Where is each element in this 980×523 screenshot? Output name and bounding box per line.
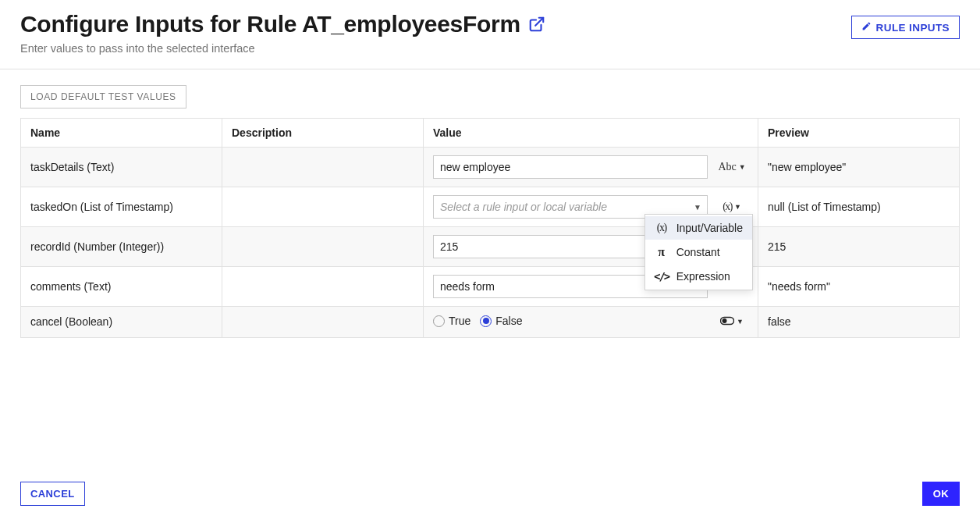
chevron-down-icon: ▼ (739, 163, 746, 171)
open-external-icon[interactable] (528, 16, 545, 33)
table-row: comments (Text) x▼ "needs form" (21, 267, 960, 307)
inputs-table: Name Description Value Preview taskDetai… (20, 118, 960, 338)
text-type-icon: Abc (718, 161, 736, 173)
row-name: comments (Text) (21, 267, 222, 307)
cancel-button[interactable]: CANCEL (20, 482, 85, 506)
table-row: recordId (Number (Integer)) x▼ 215 (21, 227, 960, 267)
ok-button[interactable]: OK (922, 482, 960, 506)
row-name: taskedOn (List of Timestamp) (21, 187, 222, 227)
value-type-picker[interactable]: (x) ▼ (715, 201, 748, 213)
radio-true[interactable]: True (433, 315, 470, 327)
chevron-down-icon: ▼ (737, 318, 744, 326)
row-name: recordId (Number (Integer)) (21, 227, 222, 267)
variable-type-icon: (x) (655, 222, 669, 234)
table-row: taskedOn (List of Timestamp) ▼ (x) ▼ (21, 187, 960, 227)
row-name: taskDetails (Text) (21, 148, 222, 187)
content-region: LOAD DEFAULT TEST VALUES Name Descriptio… (0, 69, 980, 338)
row-description (222, 227, 424, 267)
radio-icon (480, 315, 492, 327)
row-name: cancel (Boolean) (21, 307, 222, 338)
radio-false[interactable]: False (480, 315, 522, 327)
page-header: Configure Inputs for Rule AT_employeesFo… (0, 0, 980, 69)
menu-item-constant[interactable]: π Constant (645, 240, 752, 265)
row-description (222, 267, 424, 307)
svg-line-0 (535, 18, 543, 26)
menu-item-label: Constant (676, 246, 720, 258)
menu-item-expression[interactable]: </> Expression (645, 265, 752, 288)
row-description (222, 187, 424, 227)
value-type-picker[interactable]: Abc ▼ (715, 161, 748, 173)
table-row: cancel (Boolean) True (21, 307, 960, 338)
menu-item-label: Input/Variable (676, 222, 743, 234)
rule-inputs-label: RULE INPUTS (876, 22, 950, 34)
col-name: Name (21, 119, 222, 148)
page-title: Configure Inputs for Rule AT_employeesFo… (20, 11, 520, 37)
row-preview: "new employee" (758, 148, 960, 187)
table-row: taskDetails (Text) Abc ▼ "new employee" (21, 148, 960, 187)
radio-icon (433, 315, 445, 327)
menu-item-input-variable[interactable]: (x) Input/Variable (645, 216, 752, 240)
value-input-taskdetails[interactable] (433, 155, 708, 179)
expression-type-icon: </> (655, 270, 669, 283)
col-value: Value (424, 119, 758, 148)
toggle-type-icon (720, 315, 734, 328)
radio-label: True (449, 315, 470, 327)
radio-label: False (495, 315, 522, 327)
row-preview: false (758, 307, 960, 338)
pencil-icon (861, 21, 872, 34)
row-preview: 215 (758, 227, 960, 267)
row-preview: null (List of Timestamp) (758, 187, 960, 227)
row-preview: "needs form" (758, 267, 960, 307)
row-description (222, 148, 424, 187)
svg-point-2 (723, 318, 727, 323)
dialog-footer: CANCEL OK (0, 469, 980, 523)
col-preview: Preview (758, 119, 960, 148)
page-subtitle: Enter values to pass into the selected i… (20, 42, 960, 55)
load-default-test-values-button[interactable]: LOAD DEFAULT TEST VALUES (20, 85, 186, 109)
variable-type-icon: (x) (723, 201, 732, 213)
row-description (222, 307, 424, 338)
chevron-down-icon: ▼ (734, 203, 741, 211)
value-type-picker[interactable]: ▼ (715, 315, 748, 328)
constant-type-icon: π (655, 245, 669, 259)
menu-item-label: Expression (676, 270, 730, 283)
value-type-menu: (x) Input/Variable π Constant </> Expres… (644, 214, 753, 290)
rule-inputs-button[interactable]: RULE INPUTS (851, 16, 960, 39)
col-description: Description (222, 119, 424, 148)
boolean-radio-group: True False (433, 315, 523, 327)
